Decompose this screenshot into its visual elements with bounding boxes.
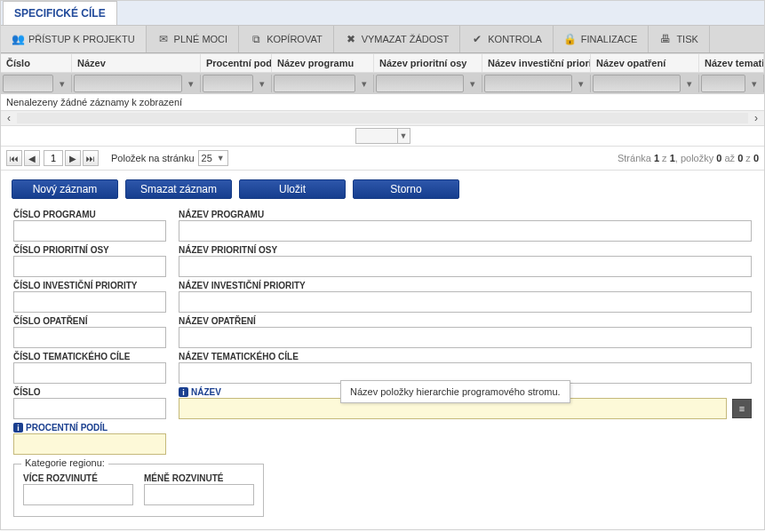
input-cislo-tem[interactable] <box>13 362 166 384</box>
toolbar-print-label: TISK <box>676 34 697 44</box>
label-procentni: iPROCENTNÍ PODÍL <box>13 423 166 433</box>
toolbar-powers-label: PLNÉ MOCI <box>174 34 228 44</box>
delete-icon: ✖ <box>345 33 357 45</box>
toolbar-copy-label: KOPÍROVAT <box>267 34 323 44</box>
label-cislo-op: ČÍSLO OPATŘENÍ <box>13 316 166 326</box>
grid-header: Číslo Název Procentní podíl Název progra… <box>1 53 764 73</box>
col-osa[interactable]: Název prioritní osy <box>374 54 482 72</box>
chevron-down-icon: ▼ <box>217 154 225 163</box>
col-tematic[interactable]: Název tematického <box>699 54 764 72</box>
label-nazev-osy: NÁZEV PRIORITNÍ OSY <box>179 245 752 255</box>
tab-specific-goals[interactable]: SPECIFICKÉ CÍLE <box>3 1 117 25</box>
filter-opatreni[interactable] <box>593 75 681 92</box>
col-opatreni[interactable]: Název opatření <box>591 54 699 72</box>
print-icon: 🖶 <box>659 33 672 45</box>
check-icon: ✔ <box>471 33 483 45</box>
filter-icon[interactable]: ▾ <box>184 75 198 91</box>
label-nazev-op: NÁZEV OPATŘENÍ <box>179 316 752 326</box>
col-procentni[interactable]: Procentní podíl <box>201 54 272 72</box>
label-vice: VÍCE ROZVINUTÉ <box>23 473 133 483</box>
pager-prev[interactable]: ◀ <box>24 150 40 166</box>
input-cislo-op[interactable] <box>13 327 166 348</box>
toolbar-delete-label: VYMAZAT ŽÁDOST <box>362 34 450 44</box>
new-record-button[interactable]: Nový záznam <box>12 179 118 199</box>
h-scrollbar[interactable]: ‹ › <box>1 110 764 126</box>
filter-cislo[interactable] <box>3 75 53 92</box>
filter-icon[interactable]: ▾ <box>255 75 269 91</box>
pager-next[interactable]: ▶ <box>65 150 81 166</box>
pager-perpage-select[interactable]: 25▼ <box>198 150 228 166</box>
lock-icon: 🔒 <box>564 33 577 45</box>
label-cislo-tem: ČÍSLO TEMATICKÉHO CÍLE <box>13 352 166 361</box>
label-nazev-tem: NÁZEV TEMATICKÉHO CÍLE <box>179 352 752 361</box>
no-records: Nenalezeny žádné záznamy k zobrazení <box>1 94 764 110</box>
grid-filter-row: ▾ ▾ ▾ ▾ ▾ ▾ ▾ ▾ <box>1 73 764 94</box>
pager-page-input[interactable] <box>44 150 63 166</box>
toolbar-access-label: PŘÍSTUP K PROJEKTU <box>28 34 135 44</box>
filter-icon[interactable]: ▾ <box>357 75 371 91</box>
delete-record-button[interactable]: Smazat záznam <box>125 179 232 199</box>
toolbar-powers[interactable]: ✉PLNÉ MOCI <box>147 26 240 52</box>
filter-icon[interactable]: ▾ <box>747 75 761 91</box>
picker-button[interactable]: ≡ <box>732 399 752 418</box>
toolbar-check[interactable]: ✔KONTROLA <box>460 26 554 52</box>
grid-dropdown[interactable]: ▼ <box>355 128 410 144</box>
pager-last[interactable]: ⏭ <box>83 150 99 166</box>
input-nazev-osy[interactable] <box>179 256 752 277</box>
input-nazev-programu[interactable] <box>179 220 752 242</box>
pager-info: Stránka 1 z 1, položky 0 až 0 z 0 <box>618 153 759 163</box>
input-cislo-osy[interactable] <box>13 256 166 277</box>
copy-icon: ⧉ <box>250 33 262 45</box>
input-cislo[interactable] <box>13 398 166 419</box>
filter-program[interactable] <box>274 75 355 92</box>
filter-procentni[interactable] <box>203 75 253 92</box>
pager: ⏮ ◀ ▶ ⏭ Položek na stránku 25▼ Stránka 1… <box>1 147 764 171</box>
col-cislo[interactable]: Číslo <box>1 54 72 72</box>
scroll-right-icon[interactable]: › <box>748 111 764 125</box>
label-cislo-inv: ČÍSLO INVESTIČNÍ PRIORITY <box>13 281 166 290</box>
toolbar-copy[interactable]: ⧉KOPÍROVAT <box>239 26 334 52</box>
input-cislo-programu[interactable] <box>13 220 166 242</box>
scroll-left-icon[interactable]: ‹ <box>1 111 17 125</box>
required-icon: i <box>179 387 188 397</box>
people-icon: 👥 <box>12 33 24 45</box>
region-category-legend: Kategorie regionu: <box>21 457 108 468</box>
col-program[interactable]: Název programu <box>272 54 374 72</box>
col-inv[interactable]: Název investiční priority <box>482 54 591 72</box>
input-procentni[interactable] <box>13 433 166 455</box>
input-cislo-inv[interactable] <box>13 291 166 313</box>
filter-inv[interactable] <box>484 75 572 92</box>
toolbar-check-label: KONTROLA <box>488 34 542 44</box>
label-nazev-programu: NÁZEV PROGRAMU <box>179 210 752 219</box>
filter-tematic[interactable] <box>701 75 745 92</box>
filter-osa[interactable] <box>376 75 464 92</box>
filter-icon[interactable]: ▾ <box>466 75 480 91</box>
input-mene[interactable] <box>144 484 254 505</box>
filter-icon[interactable]: ▾ <box>55 75 69 91</box>
input-nazev-op[interactable] <box>179 327 752 348</box>
mail-icon: ✉ <box>157 33 170 45</box>
required-icon: i <box>13 423 23 433</box>
toolbar-finalize-label: FINALIZACE <box>581 34 638 44</box>
input-nazev-inv[interactable] <box>179 291 752 313</box>
label-cislo: ČÍSLO <box>13 387 166 397</box>
filter-icon[interactable]: ▾ <box>574 75 588 91</box>
filter-nazev[interactable] <box>74 75 182 92</box>
scroll-track[interactable] <box>17 113 748 123</box>
input-vice[interactable] <box>23 484 133 505</box>
label-cislo-programu: ČÍSLO PROGRAMU <box>13 210 166 219</box>
filter-icon[interactable]: ▾ <box>682 75 697 91</box>
cancel-button[interactable]: Storno <box>353 179 459 199</box>
region-category-group: Kategorie regionu: VÍCE ROZVINUTÉ MÉNĚ R… <box>13 464 264 517</box>
toolbar: 👥PŘÍSTUP K PROJEKTU ✉PLNÉ MOCI ⧉KOPÍROVA… <box>1 26 764 53</box>
pager-first[interactable]: ⏮ <box>6 150 22 166</box>
label-nazev-inv: NÁZEV INVESTIČNÍ PRIORITY <box>179 281 752 290</box>
tooltip: Název položky hierarchie programového st… <box>340 380 570 403</box>
toolbar-print[interactable]: 🖶TISK <box>649 26 709 52</box>
toolbar-access[interactable]: 👥PŘÍSTUP K PROJEKTU <box>1 26 147 52</box>
save-button[interactable]: Uložit <box>239 179 346 199</box>
col-nazev[interactable]: Název <box>72 54 201 72</box>
toolbar-finalize[interactable]: 🔒FINALIZACE <box>554 26 649 52</box>
label-mene: MÉNĚ ROZVINUTÉ <box>144 473 254 483</box>
toolbar-delete[interactable]: ✖VYMAZAT ŽÁDOST <box>334 26 461 52</box>
